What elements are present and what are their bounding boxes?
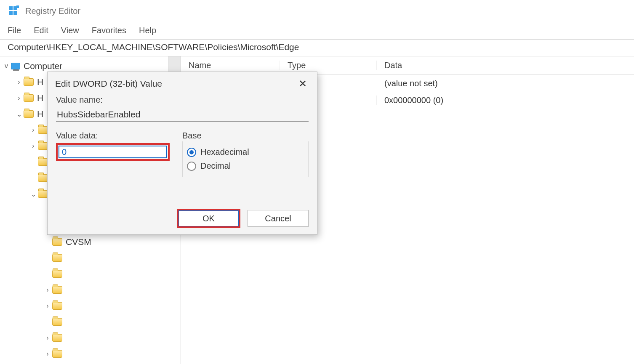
base-fieldset: Hexadecimal Decimal — [182, 141, 309, 177]
menu-bar: File Edit View Favorites Help — [0, 22, 634, 40]
ok-label: OK — [202, 214, 215, 223]
dialog-body: Value name: Value data: Base Hexadecimal — [48, 95, 317, 177]
svg-rect-3 — [13, 11, 17, 15]
tree-item[interactable]: › — [0, 282, 181, 298]
chevron-right-icon[interactable]: › — [44, 334, 51, 342]
radio-icon — [187, 162, 196, 171]
folder-icon — [52, 318, 62, 326]
app-title: Registry Editor — [25, 6, 80, 16]
folder-icon — [52, 302, 62, 310]
menu-file[interactable]: File — [8, 26, 21, 35]
value-data-input[interactable] — [59, 146, 167, 158]
chevron-right-icon[interactable]: › — [44, 302, 51, 310]
cell-data: 0x00000000 (0) — [377, 96, 634, 105]
chevron-right-icon[interactable]: › — [15, 78, 23, 86]
tree-item-label: H — [37, 109, 43, 119]
folder-icon — [52, 334, 62, 342]
svg-rect-4 — [16, 5, 19, 8]
value-data-label: Value data: — [56, 131, 170, 141]
folder-icon — [52, 286, 62, 294]
tree-item-label: CVSM — [66, 237, 91, 247]
computer-icon — [11, 63, 20, 69]
tree-root-label: Computer — [24, 61, 62, 71]
tree-item[interactable]: CVSM — [0, 234, 181, 250]
address-bar[interactable]: Computer\HKEY_LOCAL_MACHINE\SOFTWARE\Pol… — [0, 40, 634, 56]
chevron-right-icon[interactable]: › — [29, 142, 37, 150]
regedit-icon — [8, 5, 19, 17]
folder-icon — [38, 142, 48, 150]
ok-button[interactable]: OK — [178, 210, 239, 227]
radio-label: Decimal — [200, 161, 231, 171]
chevron-right-icon[interactable]: › — [44, 350, 51, 358]
col-header-data[interactable]: Data — [377, 61, 634, 70]
address-text: Computer\HKEY_LOCAL_MACHINE\SOFTWARE\Pol… — [8, 42, 299, 52]
chevron-down-icon[interactable]: ⌄ — [15, 110, 23, 118]
folder-icon — [52, 238, 62, 246]
dialog-buttons: OK Cancel — [178, 210, 309, 227]
folder-icon — [38, 126, 48, 134]
cancel-label: Cancel — [265, 214, 291, 223]
folder-icon — [52, 350, 62, 358]
col-header-type[interactable]: Type — [280, 61, 377, 70]
folder-icon — [24, 110, 34, 118]
folder-icon — [38, 158, 48, 166]
radio-icon — [187, 148, 196, 157]
tree-item[interactable] — [0, 250, 181, 266]
tree-item-label: H — [37, 93, 43, 103]
menu-edit[interactable]: Edit — [34, 26, 48, 35]
dialog-title: Edit DWORD (32-bit) Value — [55, 79, 162, 89]
base-label: Base — [182, 131, 309, 141]
col-header-name[interactable]: Name — [181, 61, 280, 70]
folder-icon — [38, 174, 48, 182]
menu-favorites[interactable]: Favorites — [92, 26, 126, 35]
value-data-highlight — [56, 143, 170, 161]
folder-icon — [52, 254, 62, 262]
radio-label: Hexadecimal — [200, 147, 249, 157]
close-icon[interactable]: ✕ — [295, 76, 310, 91]
tree-item[interactable]: › — [0, 346, 181, 362]
menu-view[interactable]: View — [61, 26, 79, 35]
cell-data: (value not set) — [377, 79, 634, 88]
title-bar: Registry Editor — [0, 0, 634, 22]
tree-item[interactable]: › — [0, 330, 181, 346]
value-name-label: Value name: — [56, 95, 309, 105]
tree-item[interactable]: › — [0, 298, 181, 314]
svg-rect-2 — [9, 11, 13, 15]
folder-icon — [52, 270, 62, 278]
svg-rect-0 — [9, 6, 13, 10]
folder-icon — [38, 190, 48, 198]
chevron-right-icon[interactable]: › — [44, 286, 51, 294]
dialog-title-bar[interactable]: Edit DWORD (32-bit) Value ✕ — [48, 72, 317, 95]
chevron-right-icon[interactable]: › — [29, 126, 37, 134]
value-name-input[interactable] — [56, 107, 309, 122]
menu-help[interactable]: Help — [139, 26, 156, 35]
expander-icon[interactable]: v — [3, 62, 10, 70]
radio-decimal[interactable]: Decimal — [187, 161, 304, 171]
folder-icon — [24, 78, 34, 86]
folder-icon — [24, 94, 34, 102]
edit-dword-dialog: Edit DWORD (32-bit) Value ✕ Value name: … — [47, 72, 317, 235]
tree-item[interactable] — [0, 266, 181, 282]
tree-item[interactable] — [0, 314, 181, 330]
radio-hexadecimal[interactable]: Hexadecimal — [187, 147, 304, 157]
chevron-right-icon[interactable]: › — [15, 94, 23, 102]
chevron-down-icon[interactable]: ⌄ — [29, 190, 37, 198]
cancel-button[interactable]: Cancel — [248, 210, 309, 227]
tree-item-label: H — [37, 77, 43, 87]
ok-button-inner: OK — [178, 210, 239, 226]
